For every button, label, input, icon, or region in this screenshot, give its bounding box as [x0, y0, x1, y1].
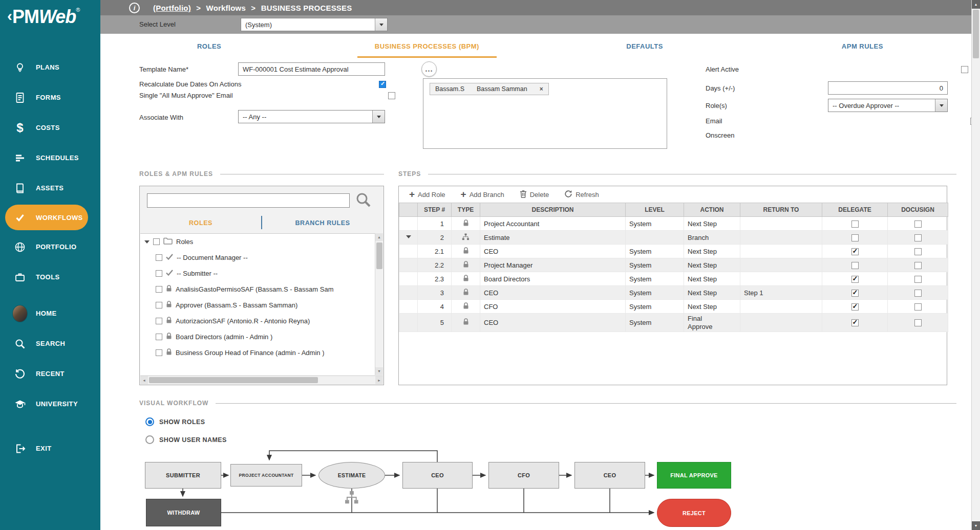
associate-with-dropdown[interactable]: -- Any --: [238, 110, 385, 123]
tree-checkbox[interactable]: [156, 286, 162, 293]
scroll-right-button[interactable]: ►: [375, 376, 383, 384]
delegate-checkbox[interactable]: [851, 303, 859, 311]
tree-item[interactable]: Business Group Head of Finance (admin - …: [140, 345, 375, 361]
scroll-left-button[interactable]: ◄: [140, 376, 148, 384]
docusign-checkbox[interactable]: [914, 319, 922, 326]
delegate-checkbox[interactable]: [851, 276, 859, 283]
table-row[interactable]: 4 CFO System Next Step: [399, 300, 948, 314]
tree-checkbox[interactable]: [156, 318, 162, 324]
pmweb-logo[interactable]: ‹PMWeb®: [0, 0, 100, 40]
sidebar-item-assets[interactable]: ASSETS: [0, 173, 100, 203]
docusign-checkbox[interactable]: [914, 276, 922, 283]
scroll-down-button[interactable]: ▼: [972, 521, 980, 530]
delegate-checkbox[interactable]: [851, 248, 859, 255]
tree-root-row[interactable]: Roles: [140, 234, 375, 250]
show-roles-radio[interactable]: [145, 417, 154, 426]
recalc-due-dates-checkbox[interactable]: [379, 81, 386, 88]
scroll-up-button[interactable]: ▲: [972, 0, 980, 9]
refresh-button[interactable]: Refresh: [564, 190, 599, 200]
docusign-checkbox[interactable]: [914, 248, 922, 255]
template-name-input[interactable]: [238, 62, 385, 76]
sidebar-item-home[interactable]: HOME: [0, 298, 100, 328]
workflow-node-ceo-2[interactable]: CEO: [574, 462, 645, 489]
tree-checkbox[interactable]: [153, 238, 160, 245]
collapse-branch-icon[interactable]: [406, 235, 411, 241]
tree-checkbox[interactable]: [156, 254, 162, 261]
sidebar-item-university[interactable]: UNIVERSITY: [0, 389, 100, 419]
delegate-checkbox[interactable]: [851, 290, 859, 297]
add-role-button[interactable]: +Add Role: [409, 190, 445, 199]
show-roles-option[interactable]: SHOW ROLES: [145, 417, 205, 426]
tree-item[interactable]: Approver (Bassam.S - Bassam Samman): [140, 297, 375, 313]
workflow-node-withdraw[interactable]: WITHDRAW: [146, 499, 221, 526]
branch-rules-subtab[interactable]: BRANCH RULES: [262, 215, 384, 231]
docusign-checkbox[interactable]: [914, 303, 922, 311]
scroll-thumb[interactable]: [376, 242, 382, 269]
tree-checkbox[interactable]: [156, 334, 162, 340]
tab-defaults[interactable]: DEFAULTS: [536, 34, 754, 58]
sidebar-item-exit[interactable]: EXIT: [0, 433, 100, 463]
docusign-checkbox[interactable]: [914, 290, 922, 297]
docusign-checkbox[interactable]: [914, 234, 922, 241]
scroll-thumb[interactable]: [149, 377, 318, 383]
days-input[interactable]: [828, 81, 948, 95]
delegate-checkbox[interactable]: [851, 234, 859, 241]
overdue-role-dropdown[interactable]: -- Overdue Approver --: [828, 99, 948, 112]
workflow-node-submitter[interactable]: SUBMITTER: [145, 462, 221, 489]
workflow-node-ceo-1[interactable]: CEO: [402, 462, 473, 489]
delegate-checkbox[interactable]: [851, 319, 859, 326]
add-branch-button[interactable]: +Add Branch: [461, 190, 504, 199]
expander-icon[interactable]: [144, 240, 150, 246]
sidebar-item-portfolio[interactable]: PORTFOLIO: [0, 232, 100, 262]
workflow-node-project-accountant[interactable]: PROJECT ACCOUNTANT: [230, 464, 302, 487]
tree-vertical-scrollbar[interactable]: ▲ ▼: [375, 233, 383, 375]
scroll-thumb[interactable]: [973, 10, 979, 58]
tab-apm-rules[interactable]: APM RULES: [754, 34, 971, 58]
chevron-down-icon[interactable]: [375, 18, 387, 31]
sidebar-item-schedules[interactable]: SCHEDULES: [0, 143, 100, 173]
roles-search-input[interactable]: [147, 193, 350, 208]
sidebar-item-forms[interactable]: FORMS: [0, 82, 100, 113]
tab-roles[interactable]: ROLES: [100, 34, 318, 58]
table-row[interactable]: 2.3 Board Directors System Next Step: [399, 272, 948, 286]
info-icon[interactable]: i: [129, 3, 140, 13]
workflow-node-cfo[interactable]: CFO: [488, 462, 559, 489]
workflow-node-reject[interactable]: REJECT: [657, 499, 731, 527]
workflow-node-final-approve[interactable]: FINAL APPROVE: [657, 462, 731, 489]
table-row[interactable]: 5 CEO System Final Approve: [399, 314, 948, 332]
table-row[interactable]: 1 Project Accountant System Next Step: [399, 217, 948, 231]
single-email-checkbox[interactable]: [388, 92, 395, 99]
sidebar-item-recent[interactable]: RECENT: [0, 359, 100, 389]
table-row[interactable]: 2.2 Project Manager System Next Step: [399, 258, 948, 272]
tree-checkbox[interactable]: [156, 302, 162, 308]
tab-business-processes[interactable]: BUSINESS PROCESSES (BPM): [318, 34, 536, 58]
tree-item[interactable]: Board Directors (admin - Admin ): [140, 329, 375, 345]
page-vertical-scrollbar[interactable]: ▲ ▼: [971, 0, 980, 530]
sidebar-item-plans[interactable]: PLANS: [0, 52, 100, 82]
scroll-down-button[interactable]: ▼: [375, 367, 383, 375]
roles-subtab[interactable]: ROLES: [140, 215, 262, 231]
tree-item[interactable]: AnalisisGastoPermisoSAF (Bassam.S - Bass…: [140, 281, 375, 297]
tree-checkbox[interactable]: [156, 270, 162, 277]
delete-button[interactable]: Delete: [520, 190, 549, 200]
chevron-down-icon[interactable]: [935, 99, 947, 112]
workflow-node-estimate[interactable]: ESTIMATE: [318, 462, 385, 489]
assignee-chip[interactable]: Bassam.S Bassam Samman ×: [430, 83, 549, 95]
search-icon[interactable]: [355, 191, 372, 211]
scroll-up-button[interactable]: ▲: [375, 233, 383, 241]
tree-item[interactable]: -- Document Manager --: [140, 250, 375, 266]
docusign-checkbox[interactable]: [914, 220, 922, 228]
sidebar-item-workflows[interactable]: WORKFLOWS: [5, 205, 88, 230]
show-user-names-radio[interactable]: [145, 435, 154, 444]
sidebar-item-tools[interactable]: TOOLS: [0, 262, 100, 292]
tree-checkbox[interactable]: [156, 349, 162, 356]
more-options-button[interactable]: …: [421, 61, 437, 77]
table-row[interactable]: 2.1 CEO System Next Step: [399, 245, 948, 258]
alert-active-checkbox[interactable]: [961, 66, 968, 73]
tree-item[interactable]: AutorizacionSAF (Antonio.R - Antonio Rey…: [140, 313, 375, 329]
delegate-checkbox[interactable]: [851, 220, 859, 228]
docusign-checkbox[interactable]: [914, 262, 922, 269]
sidebar-item-costs[interactable]: $ COSTS: [0, 113, 100, 143]
assignees-box[interactable]: Bassam.S Bassam Samman ×: [423, 78, 667, 149]
breadcrumb-portfolio-link[interactable]: (Portfolio): [153, 4, 191, 12]
